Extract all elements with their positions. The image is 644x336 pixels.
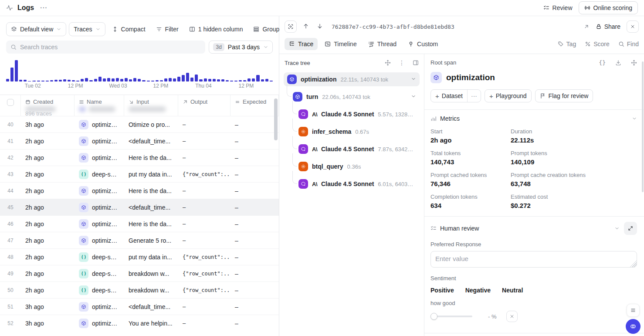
side-panel-icon[interactable] xyxy=(413,60,419,66)
histogram-bar[interactable] xyxy=(247,78,251,81)
find-button[interactable]: Find xyxy=(618,41,639,48)
metrics-section-header[interactable]: Metrics xyxy=(430,115,637,122)
histogram-bar[interactable] xyxy=(204,78,207,81)
time-range-selector[interactable]: 3d Past 3 days xyxy=(209,41,273,54)
trace-id[interactable]: 762887e7-cc99-4b73-afbf-d8bde81ebd83 xyxy=(332,24,579,30)
tree-node-optimization[interactable]: optimization22.11s, 140743 tok xyxy=(284,72,420,86)
tree-node-turn[interactable]: turn22.06s, 140743 tok xyxy=(289,90,420,104)
tree-node-claude-4-5-sonnet[interactable]: A\Claude 4.5 Sonnet5.57s, 13283 tok xyxy=(295,107,420,121)
table-row[interactable]: 422h agooptimizati...Here is the da...–– xyxy=(0,149,279,166)
histogram-bar[interactable] xyxy=(182,75,185,81)
view-selector[interactable]: Default view xyxy=(6,22,66,36)
score-button[interactable]: Score xyxy=(585,41,610,48)
search-input[interactable] xyxy=(20,44,201,51)
group-button[interactable]: Group xyxy=(249,22,283,36)
open-fullscreen-icon[interactable] xyxy=(583,24,590,30)
add-to-dataset-button[interactable]: +Dataset ··· xyxy=(430,89,481,102)
tab-custom[interactable]: Custom xyxy=(403,38,442,50)
histogram-bar[interactable] xyxy=(252,78,255,81)
move-icon[interactable] xyxy=(385,60,391,66)
histogram-bar[interactable] xyxy=(164,78,167,81)
chevron-down-icon[interactable] xyxy=(614,226,620,231)
table-row[interactable]: 412h agooptimizati...<default_time...–– xyxy=(0,132,279,149)
share-button[interactable]: Share xyxy=(596,23,620,30)
hidden-column-button[interactable]: 1 hidden column xyxy=(185,22,247,36)
dataset-more-button[interactable]: ··· xyxy=(468,90,481,102)
histogram-bar[interactable] xyxy=(103,78,106,81)
histogram-bar[interactable] xyxy=(169,78,172,81)
histogram-bar[interactable] xyxy=(15,60,18,81)
tree-options-button[interactable]: ⋮ xyxy=(399,59,405,66)
table-row[interactable]: 492h ago()deep-sea...breakdown w...{"row… xyxy=(0,265,279,282)
floating-menu-button[interactable] xyxy=(627,304,640,317)
chevron-down-icon[interactable] xyxy=(411,93,416,100)
tree-node-claude-4-5-sonnet[interactable]: A\Claude 4.5 Sonnet6.01s, 64034 tok xyxy=(295,177,420,191)
histogram-bar[interactable] xyxy=(256,75,259,81)
slider-knob[interactable] xyxy=(430,313,437,320)
detail-scrollbar[interactable] xyxy=(642,61,644,192)
sentiment-option-neutral[interactable]: Neutral xyxy=(502,287,523,294)
expand-review-button[interactable] xyxy=(624,222,637,235)
online-scoring-button[interactable]: Online scoring xyxy=(579,1,638,14)
tree-node-btql-query[interactable]: btql_query0.36s xyxy=(295,160,420,173)
table-row[interactable]: 432h ago()deep-sea...put my data in...{"… xyxy=(0,166,279,182)
preferred-response-input[interactable] xyxy=(430,251,637,268)
compact-button[interactable]: Compact xyxy=(108,22,149,36)
human-review-section-header[interactable]: Human review xyxy=(430,222,637,235)
chevron-down-icon[interactable] xyxy=(632,116,637,121)
sentiment-option-negative[interactable]: Negative xyxy=(465,287,491,294)
table-row[interactable]: 403h agooptimizati...Otimize o pro...–– xyxy=(0,116,279,132)
sentiment-option-positive[interactable]: Positive xyxy=(430,287,454,294)
histogram-bar[interactable] xyxy=(177,77,180,81)
filter-button[interactable]: Filter xyxy=(152,22,183,36)
histogram-bar[interactable] xyxy=(10,68,14,81)
tag-button[interactable]: Tag xyxy=(558,41,576,48)
select-all-checkbox[interactable] xyxy=(7,99,14,106)
close-panel-button[interactable] xyxy=(627,20,639,33)
flag-for-review-button[interactable]: Flag for review xyxy=(535,89,593,102)
table-row[interactable]: 523h agooptimizati...You are helpin...–– xyxy=(0,315,279,331)
focus-span-button[interactable] xyxy=(285,20,297,33)
table-row[interactable]: 442h agooptimizati...Here is the da...–– xyxy=(0,182,279,199)
clear-score-button[interactable] xyxy=(506,311,518,322)
view-json-button[interactable]: {} xyxy=(599,59,606,66)
traces-selector[interactable]: Traces xyxy=(69,22,105,36)
review-button[interactable]: Review xyxy=(543,4,573,11)
previous-trace-button[interactable] xyxy=(301,23,311,31)
tree-node-infer-schema[interactable]: infer_schema0.67s xyxy=(295,125,420,139)
histogram-bar[interactable] xyxy=(190,78,193,81)
histogram-bar[interactable] xyxy=(112,78,115,81)
column-header-name[interactable]: Name xyxy=(75,95,124,116)
table-row[interactable]: 513h agooptimizati...<default_time...–– xyxy=(0,298,279,315)
histogram-bar[interactable] xyxy=(107,78,110,81)
assistant-logo-button[interactable] xyxy=(626,319,641,334)
page-menu-button[interactable]: ··· xyxy=(38,4,49,11)
tab-timeline[interactable]: Timeline xyxy=(320,38,361,50)
download-span-button[interactable] xyxy=(615,60,621,66)
open-playground-button[interactable]: +Playground xyxy=(485,89,532,102)
table-row[interactable]: 462h agooptimizati...Here is the da...–– xyxy=(0,215,279,232)
histogram-bar[interactable] xyxy=(125,78,128,81)
tab-thread[interactable]: Thread xyxy=(364,38,401,50)
histogram-bar[interactable] xyxy=(85,78,88,81)
table-scrollbar[interactable] xyxy=(274,98,278,140)
trace-volume-histogram[interactable]: Tue 0212 PMWed 0312 PMThu 0412 PM xyxy=(0,58,279,91)
column-header-created[interactable]: Created 896 traces xyxy=(21,95,75,116)
histogram-bar[interactable] xyxy=(98,77,102,81)
how-good-slider[interactable] xyxy=(430,313,472,320)
table-row[interactable]: 502h ago()deep-sea...breakdown w...{"row… xyxy=(0,282,279,298)
tab-trace[interactable]: Trace xyxy=(285,38,318,50)
table-row[interactable]: 452h agooptimizati...<default_time...–– xyxy=(0,199,279,215)
histogram-bar[interactable] xyxy=(186,73,189,81)
column-header-output[interactable]: Output xyxy=(178,95,230,116)
histogram-bar[interactable] xyxy=(133,78,136,81)
table-row[interactable]: 482h ago()deep-sea...put my data in...{"… xyxy=(0,248,279,265)
column-header-input[interactable]: Input xyxy=(124,95,178,116)
histogram-bar[interactable] xyxy=(173,78,176,81)
move-icon[interactable] xyxy=(631,60,637,66)
table-row[interactable]: 472h agooptimizati...Generate 5 ro...–– xyxy=(0,232,279,248)
chevron-down-icon[interactable] xyxy=(411,76,416,83)
histogram-bar[interactable] xyxy=(195,75,198,81)
tree-node-claude-4-5-sonnet[interactable]: A\Claude 4.5 Sonnet7.87s, 63426 tok xyxy=(295,142,420,156)
next-trace-button[interactable] xyxy=(315,23,325,31)
